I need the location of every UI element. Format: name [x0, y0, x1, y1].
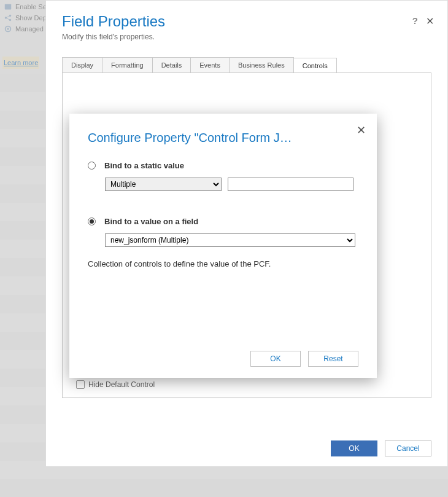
property-description: Collection of controls to define the val…: [88, 259, 358, 268]
managed-label: Managed: [15, 25, 44, 33]
roles-icon: [4, 2, 12, 11]
configure-property-dialog: ✕ Configure Property "Control Form J… Bi…: [69, 114, 377, 378]
inner-dialog-title: Configure Property "Control Form J…: [88, 131, 333, 145]
dependencies-icon: [4, 14, 12, 22]
dialog-title: Field Properties: [62, 13, 431, 30]
hide-default-control-checkbox[interactable]: Hide Default Control: [76, 380, 155, 389]
tab-events[interactable]: Events: [190, 57, 230, 72]
bind-field-label: Bind to a value on a field: [104, 217, 198, 226]
help-icon[interactable]: ?: [412, 15, 418, 26]
tab-controls[interactable]: Controls: [293, 58, 337, 73]
checkbox-icon: [76, 380, 85, 389]
tab-details[interactable]: Details: [152, 57, 191, 72]
svg-line-5: [6, 18, 10, 20]
dialog-subtitle: Modify this field's properties.: [62, 33, 431, 41]
radio-unchecked-icon: [88, 162, 96, 170]
ok-button[interactable]: OK: [331, 440, 377, 456]
tab-display[interactable]: Display: [62, 57, 102, 72]
static-value-input[interactable]: [228, 178, 353, 191]
bind-static-radio-row[interactable]: Bind to a static value: [88, 161, 358, 170]
tab-business-rules[interactable]: Business Rules: [229, 57, 294, 72]
gear-icon: [4, 25, 12, 33]
tab-strip: Display Formatting Details Events Busine…: [62, 57, 447, 72]
static-type-select[interactable]: Multiple: [105, 178, 222, 191]
svg-rect-0: [5, 4, 12, 10]
cancel-button[interactable]: Cancel: [385, 440, 431, 456]
field-select[interactable]: new_jsonform (Multiple): [105, 233, 355, 247]
bind-field-radio-row[interactable]: Bind to a value on a field: [88, 217, 358, 226]
close-icon[interactable]: ✕: [426, 15, 434, 27]
svg-point-7: [7, 28, 9, 30]
svg-line-4: [6, 16, 10, 18]
radio-checked-icon: [88, 217, 96, 225]
hide-default-label: Hide Default Control: [88, 380, 155, 389]
tab-formatting[interactable]: Formatting: [102, 57, 153, 72]
reset-button[interactable]: Reset: [308, 351, 358, 367]
learn-more-link[interactable]: Learn more: [2, 57, 39, 69]
bind-static-label: Bind to a static value: [104, 161, 184, 170]
inner-ok-button[interactable]: OK: [250, 351, 301, 367]
close-icon[interactable]: ✕: [357, 123, 366, 137]
